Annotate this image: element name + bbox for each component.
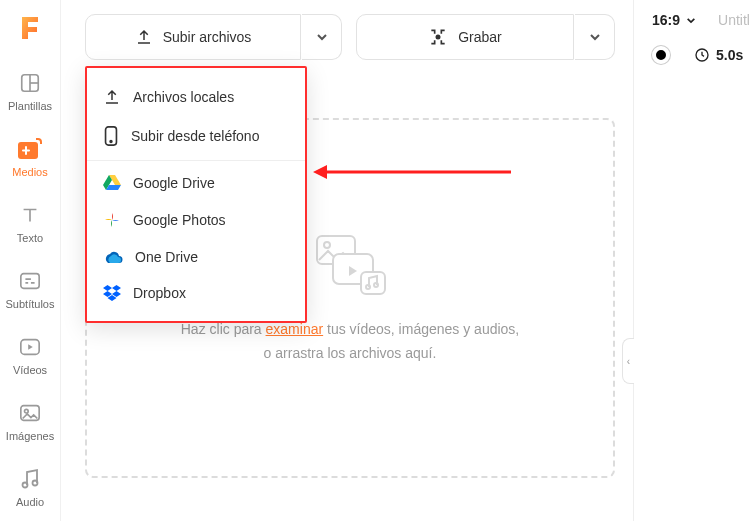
- record-icon: [428, 27, 448, 47]
- app-logo: [9, 10, 51, 44]
- clip-duration[interactable]: 5.0s: [694, 47, 743, 63]
- upload-icon: [103, 88, 121, 106]
- google-photos-icon: [103, 211, 121, 229]
- sidebar-item-label: Audio: [16, 496, 44, 508]
- timeline-clip-summary: 5.0s: [652, 46, 750, 64]
- sidebar-item-label: Imágenes: [6, 430, 54, 442]
- sidebar-item-label: Texto: [17, 232, 43, 244]
- right-panel: 16:9 Untitled 5.0s ‹: [633, 0, 750, 521]
- svg-rect-4: [21, 274, 39, 289]
- dropdown-item-upload-phone[interactable]: Subir desde teléfono: [87, 116, 305, 156]
- sidebar-item-texto[interactable]: Texto: [0, 194, 60, 258]
- templates-icon: [17, 70, 43, 96]
- media-icon: [17, 136, 43, 162]
- sidebar-item-label: Medios: [12, 166, 47, 178]
- sidebar-item-videos[interactable]: Vídeos: [0, 326, 60, 390]
- empty-media-icon: [307, 230, 393, 300]
- project-title[interactable]: Untitled: [718, 12, 750, 28]
- dropbox-icon: [103, 285, 121, 301]
- dropdown-item-onedrive[interactable]: One Drive: [87, 239, 305, 275]
- chevron-down-icon: [316, 33, 328, 41]
- collapse-right-panel[interactable]: ‹: [622, 338, 634, 384]
- subtitles-icon: [17, 268, 43, 294]
- clock-icon: [694, 47, 710, 63]
- sidebar-item-plantillas[interactable]: Plantillas: [0, 62, 60, 126]
- chevron-down-icon: [589, 33, 601, 41]
- audio-icon: [17, 466, 43, 492]
- upload-icon: [135, 28, 153, 46]
- svg-point-18: [110, 141, 112, 143]
- divider: [87, 160, 305, 161]
- svg-point-8: [23, 483, 28, 488]
- text-icon: [17, 202, 43, 228]
- dropdown-item-google-photos[interactable]: Google Photos: [87, 201, 305, 239]
- clip-color-dot: [652, 46, 670, 64]
- chevron-left-icon: ‹: [627, 356, 630, 367]
- media-toolbar: Subir archivos Grabar: [85, 14, 615, 60]
- upload-label: Subir archivos: [163, 29, 252, 45]
- record-button[interactable]: Grabar: [356, 14, 574, 60]
- dropdown-item-google-drive[interactable]: Google Drive: [87, 165, 305, 201]
- aspect-ratio-selector[interactable]: 16:9: [652, 12, 696, 28]
- upload-dropdown: Archivos locales Subir desde teléfono Go…: [85, 66, 307, 323]
- chevron-down-icon: [686, 17, 696, 24]
- main-panel: Subir archivos Grabar: [61, 0, 633, 521]
- svg-point-7: [25, 409, 29, 413]
- sidebar-item-subtitulos[interactable]: Subtítulos: [0, 260, 60, 324]
- sidebar-item-imagenes[interactable]: Imágenes: [0, 392, 60, 456]
- svg-point-10: [436, 35, 441, 40]
- browse-link[interactable]: examinar: [266, 321, 324, 337]
- sidebar-item-medios[interactable]: Medios: [0, 128, 60, 192]
- svg-point-12: [324, 242, 330, 248]
- dropdown-item-local-files[interactable]: Archivos locales: [87, 78, 305, 116]
- images-icon: [17, 400, 43, 426]
- record-label: Grabar: [458, 29, 502, 45]
- svg-point-9: [33, 481, 38, 486]
- record-dropdown-toggle[interactable]: [575, 14, 615, 60]
- dropdown-item-dropbox[interactable]: Dropbox: [87, 275, 305, 311]
- sidebar-item-label: Vídeos: [13, 364, 47, 376]
- sidebar-item-label: Subtítulos: [6, 298, 55, 310]
- svg-rect-14: [361, 272, 385, 294]
- videos-icon: [17, 334, 43, 360]
- phone-icon: [103, 126, 119, 146]
- onedrive-icon: [103, 250, 123, 264]
- left-sidebar: Plantillas Medios Texto Subtítulos Vídeo: [0, 0, 61, 521]
- google-drive-icon: [103, 175, 121, 191]
- sidebar-item-label: Plantillas: [8, 100, 52, 112]
- dropzone-text: Haz clic para examinar tus vídeos, imáge…: [181, 318, 520, 366]
- upload-files-button[interactable]: Subir archivos: [85, 14, 301, 60]
- upload-dropdown-toggle[interactable]: [302, 14, 342, 60]
- sidebar-item-audio[interactable]: Audio: [0, 458, 60, 521]
